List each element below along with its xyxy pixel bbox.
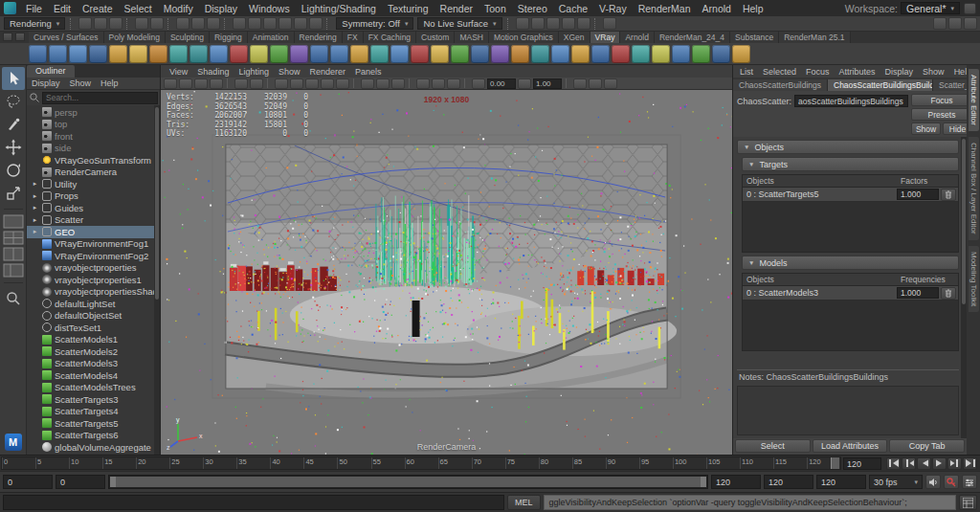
animation-start-field[interactable] xyxy=(3,475,53,489)
outliner-menu-item[interactable]: Help xyxy=(96,78,123,88)
section-objects[interactable]: ▼ Objects xyxy=(737,140,959,154)
shelf-icon[interactable] xyxy=(29,45,47,63)
toggle-attribute-editor-icon[interactable] xyxy=(933,17,947,30)
shelf-tab[interactable]: Custom xyxy=(416,32,455,43)
shelf-menu-icon[interactable] xyxy=(3,33,12,41)
frame-tick[interactable]: 85 xyxy=(572,457,606,469)
frame-tick[interactable]: 100 xyxy=(673,457,706,469)
attribute-editor-menu-item[interactable]: Selected xyxy=(758,67,801,77)
live-surface-dropdown[interactable]: No Live Surface ▾ xyxy=(417,17,501,30)
shelf-icon[interactable] xyxy=(330,45,348,63)
shelf-icon[interactable] xyxy=(129,45,147,63)
sidebar-tab[interactable]: Attribute Editor xyxy=(969,69,979,131)
factor-field[interactable] xyxy=(897,189,939,200)
scale-tool-button[interactable] xyxy=(2,182,25,205)
shelf-tab[interactable]: Poly Modeling xyxy=(104,32,166,43)
frame-tick[interactable]: 75 xyxy=(505,457,539,469)
menu-item[interactable]: Render xyxy=(434,2,479,15)
exposure-field[interactable] xyxy=(487,78,516,89)
antialiasing-icon[interactable] xyxy=(573,78,587,89)
outliner-item[interactable]: VRayGeoSunTransform xyxy=(27,154,160,167)
layout-single-pane-button[interactable] xyxy=(3,214,24,229)
outliner-item[interactable]: side xyxy=(27,143,160,155)
menu-item[interactable]: Help xyxy=(737,2,769,15)
shelf-tab[interactable]: Animation xyxy=(248,32,295,43)
frame-tick[interactable]: 5 xyxy=(35,457,69,469)
attribute-editor-menu-item[interactable]: Show xyxy=(918,67,949,77)
current-character-field[interactable] xyxy=(816,475,866,489)
film-gate-icon[interactable] xyxy=(432,78,445,89)
outliner-item[interactable]: GEO xyxy=(27,226,160,238)
menu-item[interactable]: Toon xyxy=(479,2,512,15)
scene-render[interactable] xyxy=(161,90,732,455)
ipr-render-icon[interactable] xyxy=(562,17,575,30)
notes-field[interactable] xyxy=(737,386,959,435)
attribute-editor-menu-item[interactable]: List xyxy=(735,67,758,77)
viewport-menu-item[interactable]: Renderer xyxy=(304,67,350,77)
outliner-item[interactable]: defaultObjectSet xyxy=(27,310,160,323)
play-backwards-button[interactable] xyxy=(917,457,931,470)
use-all-lights-icon[interactable] xyxy=(321,78,334,89)
frame-tick[interactable]: 115 xyxy=(773,457,807,469)
two-d-pan-zoom-icon[interactable] xyxy=(250,78,263,89)
frame-tick[interactable]: 70 xyxy=(472,457,505,469)
outliner-item[interactable]: Props xyxy=(27,190,160,203)
render-settings-icon[interactable] xyxy=(577,17,590,30)
menu-item[interactable]: Select xyxy=(119,2,158,15)
group-separator[interactable] xyxy=(594,18,599,30)
delete-model-button[interactable] xyxy=(941,287,956,300)
viewport-menu-item[interactable]: Panels xyxy=(350,67,387,77)
outliner-menu-item[interactable]: Show xyxy=(65,78,97,88)
shelf-tab[interactable]: Rendering xyxy=(295,32,343,43)
shelf-icon[interactable] xyxy=(471,45,489,63)
shelf-icon[interactable] xyxy=(411,45,429,63)
time-slider-track[interactable]: 0510152025303540455055606570758085909510… xyxy=(1,456,841,470)
shaded-display-icon[interactable] xyxy=(290,78,303,89)
frame-tick[interactable]: 40 xyxy=(270,457,303,469)
viewport-menu-item[interactable]: View xyxy=(165,67,192,77)
frame-tick[interactable]: 35 xyxy=(236,457,270,469)
outliner-item[interactable]: ScatterModels3 xyxy=(27,358,160,370)
bookmarks-icon[interactable] xyxy=(210,78,223,89)
attribute-editor-menu-item[interactable]: Attributes xyxy=(835,67,880,77)
symmetry-dropdown[interactable]: Symmetry: Off ▾ xyxy=(336,17,413,30)
outliner-item[interactable]: VRayEnvironmentFog2 xyxy=(27,250,160,262)
select-object-icon[interactable] xyxy=(191,17,205,30)
shelf-tab[interactable]: Curves / Surfaces xyxy=(29,32,104,43)
shelf-icon[interactable] xyxy=(712,45,730,63)
group-separator[interactable] xyxy=(167,18,172,30)
lasso-tool-button[interactable] xyxy=(2,90,25,113)
shadows-icon[interactable] xyxy=(336,78,349,89)
shelf-icon[interactable] xyxy=(169,45,188,63)
xray-icon[interactable] xyxy=(376,78,390,89)
viewport-menu-item[interactable]: Show xyxy=(274,67,305,77)
step-back-button[interactable] xyxy=(902,457,916,470)
rotate-tool-button[interactable] xyxy=(2,159,25,182)
outliner-item[interactable]: ScatterModelsTrees xyxy=(27,382,160,394)
shelf-icon[interactable] xyxy=(531,45,549,63)
playback-range-inner[interactable] xyxy=(110,477,706,487)
frame-tick[interactable]: 45 xyxy=(303,457,337,469)
sidebar-tab[interactable]: Channel Box / Layer Editor xyxy=(969,137,979,240)
open-scene-icon[interactable] xyxy=(94,17,107,30)
expand-icon[interactable] xyxy=(31,192,39,200)
group-separator[interactable] xyxy=(224,18,229,30)
shelf-icon[interactable] xyxy=(732,45,750,63)
hypershade-icon[interactable] xyxy=(603,17,616,30)
section-targets[interactable]: ▼ Targets xyxy=(742,157,959,171)
shelf-icon[interactable] xyxy=(109,45,127,63)
outliner-item[interactable]: top xyxy=(27,119,160,131)
outliner-item[interactable]: Guides xyxy=(27,202,160,214)
frame-tick[interactable]: 10 xyxy=(69,457,102,469)
outliner-item[interactable]: ScatterTargets6 xyxy=(27,430,160,442)
shelf-icon[interactable] xyxy=(270,45,288,63)
select-hierarchy-icon[interactable] xyxy=(176,17,189,30)
animation-preferences-button[interactable] xyxy=(962,475,977,489)
node-name-field[interactable] xyxy=(794,95,908,107)
snap-grid-icon[interactable] xyxy=(233,17,246,30)
shelf-config-icon[interactable] xyxy=(15,33,25,41)
gamma-field[interactable] xyxy=(533,78,562,89)
outliner-item[interactable]: RenderCamera xyxy=(27,167,160,179)
group-separator[interactable] xyxy=(507,18,512,30)
frame-tick[interactable]: 30 xyxy=(203,457,236,469)
